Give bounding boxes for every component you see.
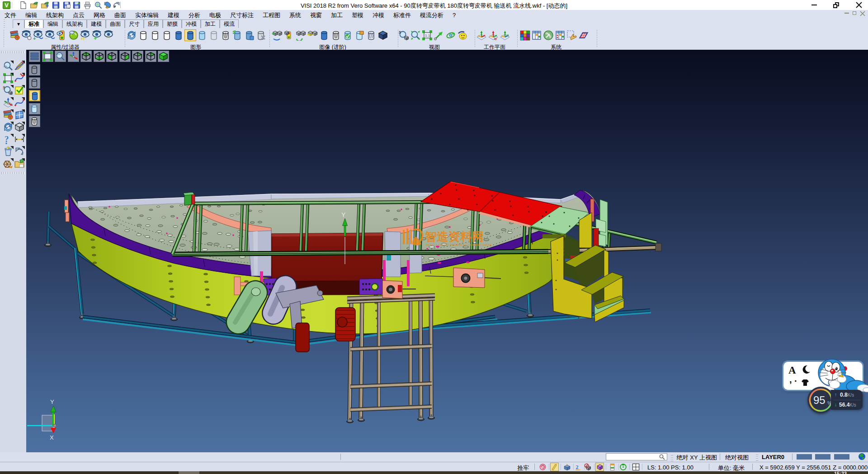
svg-text:+: + [272,31,274,36]
svg-text:智造资料网: 智造资料网 [425,230,484,243]
svg-text:X: X [50,434,54,441]
svg-text:±: ± [3,85,5,90]
svg-text:+: + [33,36,36,41]
svg-text:+/−: +/− [80,36,87,41]
svg-text:±: ± [399,30,401,34]
svg-text:+/−: +/− [307,32,314,37]
svg-text:95: 95 [813,394,826,406]
svg-text:Y: Y [50,398,54,405]
svg-text:INTELLIGENT MANUFACTURING DATA: INTELLIGENT MANUFACTURING DATA [426,243,492,247]
svg-text:?: ? [5,134,9,144]
svg-text:+: + [94,35,97,41]
svg-text:1:1: 1:1 [425,33,430,38]
svg-text:−: − [45,36,47,41]
svg-text:−: − [106,34,110,41]
svg-text:Y: Y [341,211,346,218]
